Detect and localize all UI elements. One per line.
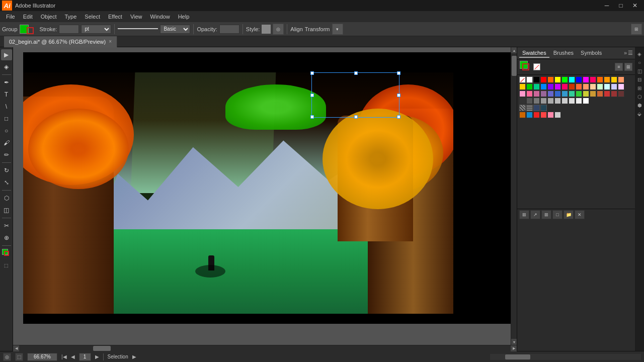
sw-color-r1-c3[interactable] (533, 76, 540, 83)
blend-tool[interactable]: ⬡ (1, 193, 12, 204)
sw-none-tile[interactable] (519, 76, 526, 83)
sw-r3-c4[interactable] (540, 90, 547, 97)
none-icon[interactable] (533, 63, 540, 70)
panel-menu-btn[interactable]: ☰ (628, 50, 633, 56)
sw-brand-3[interactable] (533, 112, 540, 118)
stroke-color-box[interactable] (522, 63, 529, 70)
stroke-panel-icon[interactable]: ○ (636, 59, 643, 66)
sw-gray-8[interactable] (569, 98, 575, 104)
sw-r2-c4[interactable] (540, 83, 547, 90)
transform-options-btn[interactable]: ▾ (332, 24, 343, 35)
sw-gray-4[interactable] (540, 98, 547, 104)
sw-r2-c15[interactable] (618, 83, 624, 90)
sw-brand-6[interactable] (554, 112, 561, 118)
sw-brand-5[interactable] (547, 112, 554, 118)
sw-r2-c10[interactable] (583, 83, 589, 90)
appearance-btn[interactable]: ◎ (273, 24, 284, 35)
sw-gray-2[interactable] (526, 98, 533, 104)
type-tool[interactable]: T (1, 89, 12, 100)
sw-r2-c1[interactable] (519, 83, 526, 90)
appearance-panel-icon[interactable]: ⊟ (636, 76, 643, 83)
zoom-input[interactable]: 66.67% (27, 353, 57, 361)
sw-r3-c13[interactable] (604, 90, 610, 97)
sw-btn-swatch-library[interactable]: 📁 (564, 210, 574, 219)
menu-edit[interactable]: Edit (19, 13, 37, 21)
sw-color-r1-c4[interactable] (540, 76, 547, 83)
status-play-btn[interactable]: ▶ (132, 354, 136, 359)
sw-color-r1-c5[interactable] (547, 76, 554, 83)
sw-color-r1-c6[interactable] (554, 76, 561, 83)
sw-brand-1[interactable] (519, 112, 526, 118)
tab-swatches[interactable]: Swatches (519, 49, 549, 58)
canvas-hscroll[interactable]: ◀ ▶ (13, 345, 517, 351)
tab-symbols[interactable]: Symbols (578, 49, 605, 58)
sw-white[interactable] (583, 98, 589, 104)
color-panel-icon[interactable]: ◈ (636, 50, 643, 57)
sw-r2-c5[interactable] (547, 83, 554, 90)
canvas-vscroll[interactable]: ▲ ▼ (511, 47, 517, 345)
artboards-panel-icon[interactable]: ⬙ (636, 110, 643, 117)
sw-btn-color-group[interactable]: ⊞ (519, 210, 529, 219)
sw-pattern-4[interactable] (540, 105, 547, 111)
stroke-input[interactable] (59, 25, 79, 34)
sw-r2-c12[interactable] (597, 83, 603, 90)
sw-btn-delete[interactable]: ✕ (575, 210, 585, 219)
sw-r3-c14[interactable] (611, 90, 617, 97)
tab-brushes[interactable]: Brushes (550, 49, 577, 58)
sw-brand-2[interactable] (526, 112, 533, 118)
sw-r3-c6[interactable] (554, 90, 561, 97)
sw-r2-c9[interactable] (576, 83, 582, 90)
sw-r3-c2[interactable] (526, 90, 533, 97)
sw-r3-c8[interactable] (569, 90, 575, 97)
fill-stroke-control[interactable] (520, 61, 532, 73)
sw-r2-c8[interactable] (569, 83, 575, 90)
status-nav-left[interactable]: |◀ (61, 354, 67, 359)
panel-expand-btn[interactable]: » (624, 50, 627, 56)
ellipse-tool[interactable]: ○ (1, 125, 12, 136)
status-nav-prev[interactable]: ◀ (71, 354, 75, 359)
sw-r2-c7[interactable] (561, 83, 568, 90)
sw-color-r1-c10[interactable] (583, 76, 589, 83)
sw-r2-c3[interactable] (533, 83, 540, 90)
sw-color-r1-c8[interactable] (569, 76, 575, 83)
sw-r3-c10[interactable] (583, 90, 589, 97)
menu-effect[interactable]: Effect (104, 13, 126, 21)
layers-panel-icon[interactable]: ⬢ (636, 102, 643, 109)
pen-tool[interactable]: ✒ (1, 77, 12, 88)
page-input[interactable]: 1 (79, 353, 91, 361)
menu-help[interactable]: Help (174, 13, 194, 21)
sw-color-r1-c11[interactable] (590, 76, 596, 83)
vscroll-track[interactable] (511, 53, 517, 339)
fill-tool[interactable] (1, 248, 12, 259)
sw-pattern-1[interactable] (519, 105, 526, 111)
line-tool[interactable]: \ (1, 101, 12, 112)
gradient-panel-icon[interactable]: ◫ (636, 67, 643, 74)
doc-tab-close[interactable]: × (109, 39, 112, 44)
canvas-area[interactable] (13, 47, 511, 345)
menu-window[interactable]: Window (146, 13, 174, 21)
hscroll-track[interactable] (19, 345, 511, 351)
minimize-button[interactable]: ─ (600, 0, 614, 11)
sw-btn-new-swatch[interactable]: □ (552, 210, 562, 219)
transform-panel-icon[interactable]: ⬡ (636, 93, 643, 100)
scale-tool[interactable]: ⤡ (1, 177, 12, 188)
sw-brand-4[interactable] (540, 112, 547, 118)
sw-r2-c2[interactable] (526, 83, 533, 90)
selection-tool[interactable]: ▶ (1, 49, 12, 60)
menu-file[interactable]: File (2, 13, 19, 21)
hscroll-right-arrow[interactable]: ▶ (511, 345, 517, 351)
swatches-list-view-btn[interactable]: ≡ (615, 63, 623, 71)
rect-tool[interactable]: □ (1, 113, 12, 124)
sw-color-r1-c9[interactable] (576, 76, 582, 83)
doc-tab-active[interactable]: 02_begin.ai* @ 66.67% (RGB/Preview) × (4, 36, 117, 47)
arrange-panel-btn[interactable]: ⊞ (631, 24, 642, 35)
sw-gray-9[interactable] (576, 98, 582, 104)
hscroll-left-arrow[interactable]: ◀ (13, 345, 19, 351)
sw-gray-5[interactable] (547, 98, 554, 104)
sw-r2-c6[interactable] (554, 83, 561, 90)
sw-reg-tile[interactable] (526, 76, 533, 83)
sw-gray-7[interactable] (561, 98, 568, 104)
sw-pattern-2[interactable] (526, 105, 533, 111)
scissors-tool[interactable]: ✂ (1, 220, 12, 231)
screen-mode-btn[interactable]: ⬚ (1, 260, 12, 271)
